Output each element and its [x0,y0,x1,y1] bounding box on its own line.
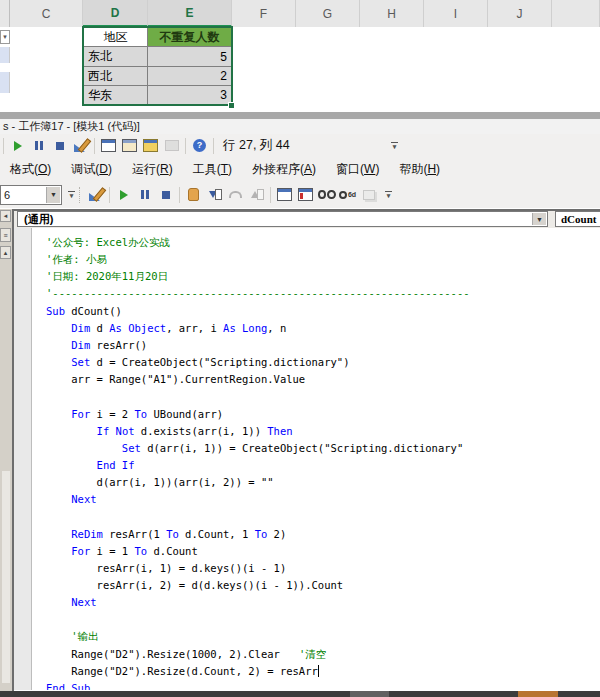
zoom-combo[interactable]: 6▼ [0,185,62,205]
screen: CDEFGHIJ ▼ 地区不重复人数东北5西北2华东3 s - 工作簿17 - … [0,0,600,697]
toolbar-overflow-button[interactable]: ▾ [66,187,77,203]
procedure-dropdown[interactable]: dCount [555,211,600,227]
code-line: Dim d As Object, arr, i As Long, n [46,320,286,337]
menu-item-外接程序[interactable]: 外接程序(A) [242,157,326,181]
stepover-icon[interactable] [227,186,245,204]
fill-handle[interactable] [228,102,234,108]
props-icon[interactable] [121,137,139,155]
column-header-C[interactable]: C [10,0,83,27]
design-icon[interactable] [87,186,105,204]
toolbar-separator [179,187,180,203]
cell-count[interactable]: 2 [148,67,232,86]
toolbar-separator [94,138,95,154]
immediate-icon[interactable] [297,186,315,204]
excel-sheet-strip: CDEFGHIJ ▼ 地区不重复人数东北5西北2华东3 [0,0,600,112]
window-divider [0,112,600,119]
left-panel-scrollbar[interactable]: ◂ ≡ ▴ [0,209,12,691]
taskbar-item[interactable] [350,691,389,697]
break-icon[interactable] [30,137,48,155]
object-dropdown-value: (通用) [24,212,53,227]
menu-item-格式[interactable]: 格式(O) [0,157,61,181]
banded-cell[interactable] [0,72,10,93]
code-line: arr = Range("A1").CurrentRegion.Value [46,371,305,388]
splitter-grip-icon[interactable]: ≡ [0,228,11,242]
menu-item-窗口[interactable]: 窗口(W) [326,157,389,181]
code-line: Range("D2").Resize(d.Count, 2) = resArr [46,663,319,680]
toolbar-separator [270,187,271,203]
column-header-G[interactable]: G [296,0,360,27]
scroll-up-icon[interactable]: ▴ [0,246,11,259]
toolbox-icon[interactable] [163,137,181,155]
column-header-E[interactable]: E [148,0,232,27]
reset-icon[interactable] [157,186,175,204]
stepinto-icon[interactable] [206,186,224,204]
locals-icon[interactable] [276,186,294,204]
code-line: ReDim resArr(1 To d.Count, 1 To 2) [46,526,286,543]
stepout-icon[interactable] [248,186,266,204]
scrollbar-track[interactable] [2,471,10,683]
caret-position-label: 行 27, 列 44 [223,137,290,154]
cell-region[interactable]: 东北 [83,47,148,67]
code-line: Range("D2").Resize(1000, 2).Clear '清空 [46,646,326,663]
table-header-count[interactable]: 不重复人数 [148,27,232,47]
column-header-H[interactable]: H [360,0,424,27]
column-header-J[interactable]: J [488,0,552,27]
code-line: '---------------------------------------… [46,285,470,302]
projexp-icon[interactable] [100,137,118,155]
standard-toolbar: 行 27, 列 44▾ [0,134,600,157]
toolbar-overflow-button[interactable]: ▾ [383,187,394,203]
column-header-sliver[interactable] [0,0,10,27]
toolbar-overflow-button[interactable]: ▾ [389,138,400,154]
chevron-down-icon[interactable]: ▼ [46,187,60,203]
cell-count[interactable]: 3 [148,86,232,105]
toolbar-drag-handle[interactable] [79,187,83,203]
run-icon[interactable] [115,186,133,204]
object-dropdown[interactable]: (通用) ▼ [17,211,548,227]
cell-region[interactable]: 华东 [83,86,148,105]
text-cursor [318,665,319,677]
cell-count[interactable]: 5 [148,47,232,67]
reset-icon[interactable] [51,137,69,155]
taskbar-sliver[interactable] [0,691,600,697]
objbrowser-icon[interactable] [142,137,160,155]
code-editor[interactable]: '公众号: Excel办公实战'作者: 小易'日期: 2020年11月20日'-… [14,228,600,690]
code-line: End If [46,457,135,474]
margin-indicator-bar[interactable] [14,228,32,690]
banded-cell[interactable] [0,47,10,63]
chevron-down-icon: ▼ [2,34,8,40]
cell-region[interactable]: 西北 [83,67,148,86]
code-line: For i = 1 To d.Count [46,543,198,560]
column-header-row: CDEFGHIJ [0,0,600,27]
break-icon[interactable] [136,186,154,204]
code-line: '作者: 小易 [46,251,107,268]
menu-item-调试[interactable]: 调试(D) [61,157,122,181]
quickwatch-icon[interactable] [339,186,357,204]
column-header-D[interactable]: D [83,0,148,27]
menu-item-运行[interactable]: 运行(R) [122,157,183,181]
chevron-down-icon[interactable]: ▼ [532,213,546,225]
code-line: Set d(arr(i, 1)) = CreateObject("Scripti… [46,440,463,457]
column-header-I[interactable]: I [424,0,488,27]
code-line: resArr(i, 1) = d.keys()(i - 1) [46,560,286,577]
code-line: '日期: 2020年11月20日 [46,268,168,285]
help-icon[interactable] [191,137,209,155]
column-header-partial[interactable] [552,0,600,27]
declarations-bar: (通用) ▼ dCount [14,211,600,228]
column-header-F[interactable]: F [232,0,296,27]
run-icon[interactable] [9,137,27,155]
code-line: If Not d.exists(arr(i, 1)) Then [46,423,293,440]
code-line: Sub dCount() [46,303,122,320]
table-header-region[interactable]: 地区 [83,27,148,47]
hand-icon[interactable] [185,186,203,204]
vbe-window-title: s - 工作簿17 - [模块1 (代码)] [0,119,600,134]
design-icon[interactable] [72,137,90,155]
watch-icon[interactable] [318,186,336,204]
scroll-left-icon[interactable]: ◂ [0,210,11,222]
vbe-title-text: s - 工作簿17 - [模块1 (代码)] [3,119,140,134]
menu-item-帮助[interactable]: 帮助(H) [389,157,450,181]
callstack-icon[interactable] [360,186,378,204]
filter-dropdown-button[interactable]: ▼ [0,30,10,44]
menu-item-工具[interactable]: 工具(T) [183,157,242,181]
code-line: d(arr(i, 1))(arr(i, 2)) = "" [46,474,274,491]
taskbar-item[interactable] [518,691,558,697]
